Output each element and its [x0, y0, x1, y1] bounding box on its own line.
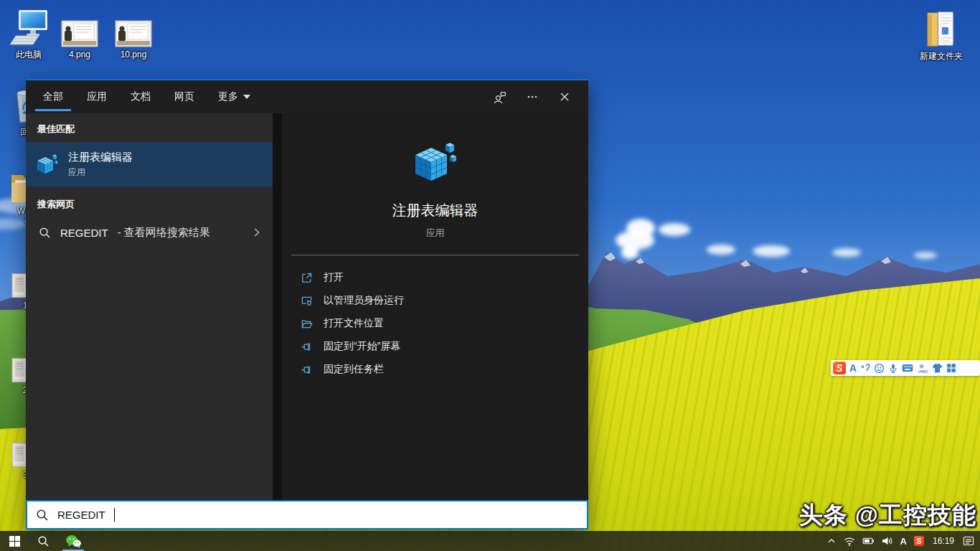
registry-editor-icon [36, 153, 59, 176]
clock[interactable]: 16:19 [933, 536, 954, 546]
action-list: 打开 以管理员身份运行 打开文件位置 固定到“开始”屏幕 [282, 266, 588, 381]
action-center-icon[interactable] [963, 535, 974, 547]
input-method-indicator[interactable]: A [900, 536, 907, 547]
detail-subtitle: 应用 [426, 227, 445, 240]
ime-toolbox-icon[interactable] [946, 363, 956, 373]
watermark: 头条 @工控技能 [799, 499, 976, 532]
system-tray: A S 16:19 [826, 531, 980, 551]
best-match-result-registry-editor[interactable]: 注册表编辑器 应用 [26, 142, 273, 187]
search-icon [36, 509, 49, 522]
tab-documents[interactable]: 文档 [131, 80, 151, 113]
search-tabs-bar: 全部 应用 文档 网页 更多 [26, 80, 588, 113]
svg-text:25: 25 [924, 369, 928, 373]
desktop-icon-4png[interactable]: 4.png [54, 20, 105, 61]
result-subtitle: 应用 [68, 166, 133, 179]
search-flyout-panel: 全部 应用 文档 网页 更多 最佳匹配 注册表编辑器 应用 [26, 79, 588, 529]
tab-more[interactable]: 更多 [218, 80, 250, 113]
ime-emoji-icon[interactable] [874, 363, 885, 374]
start-button[interactable] [0, 531, 29, 551]
volume-icon[interactable] [882, 535, 893, 547]
desktop-icon-new-folder[interactable]: 新建文件夹 [915, 9, 967, 62]
result-title: 注册表编辑器 [68, 151, 133, 164]
this-pc-icon [9, 9, 49, 47]
web-search-result[interactable]: REGEDIT - 查看网络搜索结果 [26, 217, 273, 248]
registry-editor-icon-large [413, 139, 458, 185]
result-detail-pane: 注册表编辑器 应用 打开 以管理员身份运行 打开文件位置 [282, 113, 588, 500]
search-results-column: 最佳匹配 注册表编辑器 应用 搜索网页 REGEDIT - 查看网络搜索结果 [26, 113, 273, 500]
image-thumbnail-icon [115, 20, 152, 47]
search-icon [37, 535, 50, 547]
wifi-icon[interactable] [844, 535, 855, 547]
column-divider [273, 113, 282, 500]
options-ellipsis-icon[interactable] [526, 90, 539, 103]
open-icon [301, 272, 313, 284]
web-query: REGEDIT [60, 227, 108, 239]
tab-web[interactable]: 网页 [174, 80, 194, 113]
feedback-icon[interactable] [493, 90, 507, 104]
ime-skin-icon[interactable] [932, 363, 943, 373]
desktop-icon-10png[interactable]: 10.png [108, 20, 159, 61]
detail-divider [291, 255, 579, 255]
desktop-icon-label: 10.png [121, 50, 147, 61]
text-caret [114, 508, 115, 522]
detail-title: 注册表编辑器 [392, 201, 479, 220]
desktop-icon-this-pc[interactable]: 此电脑 [3, 9, 55, 61]
taskbar-search-button[interactable] [29, 531, 57, 551]
sogou-logo-icon[interactable]: S [833, 362, 846, 375]
search-icon [39, 227, 51, 239]
windows-logo-icon [9, 536, 20, 547]
search-input[interactable]: REGEDIT [26, 500, 588, 529]
taskbar: A S 16:19 [0, 531, 980, 551]
close-icon[interactable] [558, 90, 571, 103]
show-hidden-icons-chevron[interactable] [826, 536, 837, 546]
ime-voice-icon[interactable] [888, 363, 898, 374]
sogou-tray-icon[interactable]: S [914, 536, 924, 546]
action-open-file-location[interactable]: 打开文件位置 [282, 312, 588, 335]
pin-icon [301, 364, 313, 376]
battery-icon[interactable] [862, 535, 875, 547]
action-open[interactable]: 打开 [282, 266, 588, 289]
ime-keyboard-icon[interactable] [902, 363, 913, 373]
new-folder-icon [922, 9, 961, 49]
wechat-icon [65, 534, 82, 548]
image-thumbnail-icon [61, 20, 98, 47]
ime-punctuation-icon[interactable] [860, 363, 870, 373]
best-match-header: 最佳匹配 [26, 113, 273, 142]
ime-english-mode-icon[interactable]: A [849, 362, 857, 374]
shield-admin-icon [301, 295, 313, 307]
desktop: 此电脑 4.png 10.png [0, 0, 980, 551]
chevron-right-icon [251, 227, 263, 238]
folder-location-icon [301, 318, 313, 330]
search-input-value: REGEDIT [57, 509, 105, 521]
taskbar-wechat-button[interactable] [57, 531, 89, 551]
action-run-as-admin[interactable]: 以管理员身份运行 [282, 289, 588, 312]
action-pin-to-taskbar[interactable]: 固定到任务栏 [282, 358, 588, 381]
ime-account-icon[interactable]: 25 [917, 363, 928, 374]
pin-icon [301, 341, 313, 353]
desktop-icon-label: 新建文件夹 [920, 51, 963, 62]
chevron-down-icon [243, 95, 250, 99]
tab-all[interactable]: 全部 [43, 80, 63, 113]
action-pin-to-start[interactable]: 固定到“开始”屏幕 [282, 335, 588, 358]
desktop-icon-label: 4.png [69, 50, 90, 61]
web-search-header: 搜索网页 [26, 187, 273, 217]
sogou-ime-toolbar: S A 25 [831, 360, 980, 376]
tab-apps[interactable]: 应用 [87, 80, 107, 113]
desktop-icon-label: 此电脑 [16, 50, 42, 61]
web-query-suffix: - 查看网络搜索结果 [118, 226, 210, 240]
